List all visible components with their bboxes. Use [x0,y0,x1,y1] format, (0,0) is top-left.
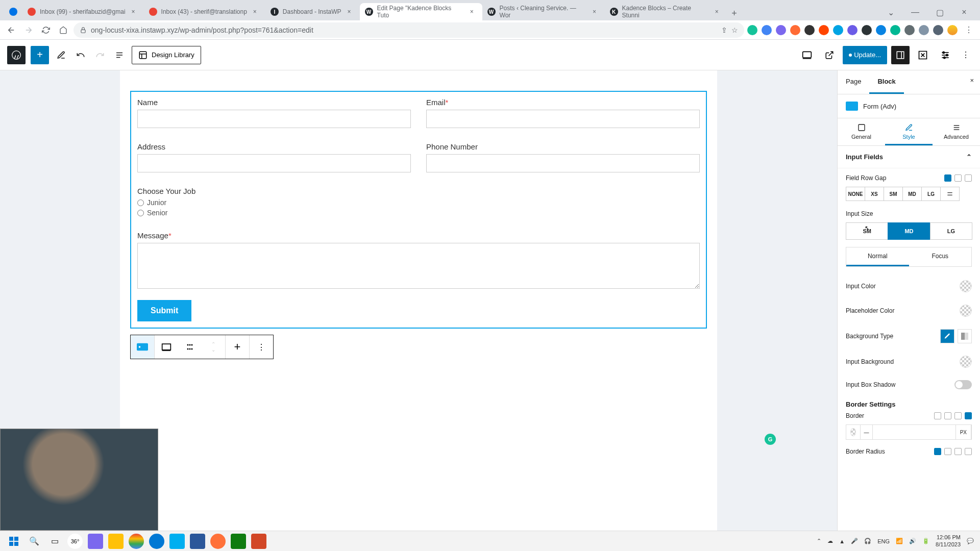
tab-0[interactable] [4,3,22,20]
close-icon[interactable]: × [132,8,139,15]
grammarly-badge[interactable]: G [765,434,776,445]
block-tab[interactable]: Block [869,70,903,94]
gap-lg-button[interactable]: LG [921,187,941,201]
sliders-icon[interactable] [936,46,954,64]
add-button[interactable]: + [226,335,249,359]
kadence-settings-button[interactable] [914,46,932,64]
close-icon[interactable]: × [470,8,477,15]
redo-button[interactable] [93,48,107,62]
back-button[interactable] [4,23,18,37]
close-icon[interactable]: × [348,8,355,15]
focus-state-tab[interactable]: Focus [909,247,972,266]
taskbar-app-icon[interactable] [88,534,103,549]
puzzle-icon[interactable] [919,25,929,35]
gap-xs-button[interactable]: XS [865,187,884,201]
gap-md-button[interactable]: MD [902,187,922,201]
clock[interactable]: 12:06 PM 8/11/2023 [936,534,961,547]
size-md-button[interactable]: MD [888,222,930,240]
device-desktop-icon[interactable] [944,174,951,182]
tab-6[interactable]: KKadence Blocks – Create Stunni× [605,3,727,20]
submit-button[interactable]: Submit [137,300,191,321]
wifi-icon[interactable]: 📶 [896,538,903,544]
tab-2[interactable]: Inbox (43) - sherif@translationp× [144,3,265,20]
device-mobile-icon[interactable] [965,174,972,182]
word-icon[interactable] [190,534,205,549]
start-button[interactable] [6,534,21,549]
form-block[interactable]: Name Email* Address Phone Number [130,91,707,329]
device-mobile-icon[interactable] [954,412,962,419]
task-view-button[interactable]: ▭ [47,534,62,549]
tab-1[interactable]: Inbox (99) - sherifabuzid@gmai× [22,3,144,20]
undo-button[interactable] [74,48,88,62]
close-icon[interactable]: × [593,8,600,15]
tab-4[interactable]: WEdit Page "Kadence Blocks Tuto× [360,3,482,20]
onedrive-icon[interactable]: ▲ [839,538,845,544]
url-input[interactable]: ong-locust-xixa.instawp.xyz/wp-admin/pos… [74,22,744,38]
search-button[interactable]: 🔍 [27,534,42,549]
ext-icon[interactable] [904,25,915,35]
close-window-button[interactable]: × [952,4,976,20]
advanced-tab[interactable]: Advanced [933,118,980,145]
options-button[interactable]: ⋮ [959,48,973,62]
size-sm-button[interactable]: SM [846,222,888,240]
tab-5[interactable]: WPosts ‹ Cleaning Service. — Wor× [482,3,605,20]
close-icon[interactable]: × [715,8,722,15]
input-background-swatch[interactable] [960,356,972,368]
move-button[interactable] [178,335,202,359]
home-button[interactable] [56,23,70,37]
device-tablet-icon[interactable] [944,448,951,455]
placeholder-color-swatch[interactable] [960,305,972,317]
wp-logo-button[interactable] [7,46,26,64]
input-fields-panel-header[interactable]: Input Fields ⌃ [838,146,980,168]
edge-icon[interactable] [149,534,164,549]
link-icon[interactable] [965,412,972,419]
more-button[interactable]: ⋮ [250,335,273,359]
maximize-button[interactable]: ▢ [928,4,951,20]
radio-senior[interactable]: Senior [137,209,700,217]
outline-button[interactable] [112,48,127,62]
input-color-swatch[interactable] [960,280,972,292]
edit-tool-button[interactable] [54,48,68,62]
normal-state-tab[interactable]: Normal [846,247,909,266]
design-library-button[interactable]: Design Library [132,46,201,64]
ext-grammarly-icon[interactable] [747,25,757,35]
view-page-button[interactable] [820,46,839,64]
ext-icon[interactable] [790,25,800,35]
firefox-icon[interactable] [210,534,226,549]
powerpoint-icon[interactable] [251,534,266,549]
chrome-icon[interactable] [129,534,144,549]
bg-solid-button[interactable] [940,329,954,343]
reload-button[interactable] [39,23,53,37]
mic-icon[interactable]: 🎤 [851,538,858,544]
phone-input[interactable] [426,154,700,172]
cloud-icon[interactable]: ☁ [827,538,833,544]
device-tablet-icon[interactable] [944,412,951,419]
minimize-button[interactable]: — [903,4,927,20]
radio-junior[interactable]: Junior [137,198,700,207]
gap-custom-button[interactable] [940,187,960,201]
file-explorer-icon[interactable] [108,534,124,549]
device-tablet-icon[interactable] [954,174,962,182]
ext-icon[interactable] [804,25,815,35]
share-icon[interactable]: ⇪ [721,26,727,34]
email-input[interactable] [426,110,700,128]
block-type-button[interactable] [131,335,154,359]
headphones-icon[interactable]: 🎧 [864,538,871,544]
device-desktop-icon[interactable] [934,412,941,419]
star-icon[interactable]: ☆ [731,26,738,34]
add-block-button[interactable]: + [31,46,49,64]
ext-icon[interactable] [890,25,900,35]
close-icon[interactable]: × [253,8,260,15]
notifications-icon[interactable]: 💬 [967,538,974,544]
name-input[interactable] [137,110,411,128]
gap-none-button[interactable]: NONE [846,187,865,201]
link-icon[interactable] [965,448,972,455]
message-textarea[interactable] [137,243,700,289]
battery-icon[interactable]: 🔋 [922,538,929,544]
close-sidebar-button[interactable]: × [964,70,980,94]
profile-avatar[interactable] [947,25,958,35]
page-tab[interactable]: Page [838,70,869,94]
gap-sm-button[interactable]: SM [884,187,903,201]
language-indicator[interactable]: ENG [877,538,890,544]
ext-icon[interactable] [762,25,772,35]
